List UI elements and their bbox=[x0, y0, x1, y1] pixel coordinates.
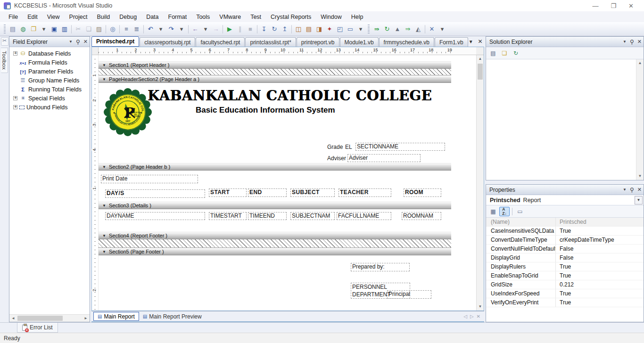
expander-icon[interactable] bbox=[13, 105, 17, 109]
property-name[interactable]: GridSize bbox=[486, 280, 556, 289]
menu-item[interactable]: Format bbox=[164, 12, 192, 22]
tree-item[interactable]: Parameter Fields bbox=[9, 67, 90, 76]
solution-explorer-header[interactable]: Solution Explorer ▼ ⚲ ✕ bbox=[486, 37, 644, 47]
pin-icon[interactable]: ⚲ bbox=[630, 39, 634, 45]
stop-button[interactable]: ■ bbox=[245, 24, 256, 34]
scroll-left-arrow[interactable]: ◄ bbox=[9, 315, 17, 322]
tree-item[interactable]: Group Name Fields bbox=[9, 76, 90, 85]
tree-item[interactable]: Running Total Fields bbox=[9, 85, 90, 94]
solution-explorer-button[interactable]: ◫ bbox=[293, 24, 304, 34]
refresh-icon[interactable]: ↻ bbox=[511, 49, 521, 58]
panel-splitter[interactable] bbox=[486, 180, 644, 184]
properties-window-button[interactable]: ▤ bbox=[304, 24, 314, 34]
section-bar-report-header[interactable]: ▼Section1 (Report Header ) bbox=[99, 61, 451, 69]
adviser-db-field[interactable]: Adviser bbox=[347, 154, 421, 162]
section-bar-page-header-a[interactable]: ▼PageHeaderSection2 (Page Header a ) bbox=[99, 75, 451, 83]
print-date-field[interactable]: Print Date bbox=[101, 175, 198, 183]
toolbox-icon[interactable]: ✂ bbox=[1, 37, 8, 46]
chevron-down-icon[interactable]: ▼ bbox=[635, 196, 643, 204]
designer-vscrollbar[interactable]: ▲ ▼ bbox=[476, 55, 484, 310]
property-value[interactable]: False bbox=[556, 253, 644, 262]
section-bar-details[interactable]: ▼Section3 (Details ) bbox=[99, 202, 451, 209]
scroll-up-arrow[interactable]: ▲ bbox=[477, 55, 484, 63]
menu-item[interactable]: VMware bbox=[215, 12, 246, 22]
add-new-item-button[interactable]: ▤ bbox=[8, 24, 18, 34]
new-web-site-button[interactable]: ◍ bbox=[18, 24, 28, 34]
toolbar-options-dropdown[interactable]: ▾ bbox=[355, 24, 366, 34]
scroll-down-arrow[interactable]: ▼ bbox=[636, 172, 644, 180]
collapse-triangle-icon[interactable]: ▼ bbox=[102, 204, 106, 208]
details-band[interactable]: DAYNAME TIMESTART TIMEEND SUBJECTNAM FAC… bbox=[99, 209, 451, 232]
suppressed-section-hatch[interactable] bbox=[99, 239, 451, 248]
nav-close-icon[interactable]: ✕ bbox=[477, 314, 480, 319]
close-document-icon[interactable]: ✕ bbox=[478, 38, 483, 45]
property-name[interactable]: ConvertDateTimeType bbox=[486, 236, 556, 244]
increase-indent-button[interactable]: ≣ bbox=[132, 24, 142, 34]
find-in-files-button[interactable]: ◎ bbox=[107, 24, 118, 34]
property-name[interactable]: ConvertNullFieldToDefault bbox=[486, 245, 556, 253]
property-value[interactable]: True bbox=[556, 289, 644, 298]
property-value[interactable]: True bbox=[556, 298, 644, 307]
show-all-files-icon[interactable]: ❏ bbox=[499, 49, 510, 58]
tab-list-dropdown-icon[interactable]: ▼ bbox=[469, 39, 473, 44]
tree-item[interactable]: Formula Fields bbox=[9, 58, 90, 67]
property-name[interactable]: EnableSnapToGrid bbox=[486, 271, 556, 280]
properties-header[interactable]: Properties ▼ ⚲ ✕ bbox=[486, 185, 644, 195]
grade-label-field[interactable]: Grade bbox=[326, 143, 344, 151]
redo-dropdown[interactable]: ▾ bbox=[176, 24, 187, 34]
menu-item[interactable]: Data bbox=[141, 12, 163, 22]
suppressed-section-hatch[interactable] bbox=[99, 69, 451, 75]
pin-icon[interactable]: ⚲ bbox=[630, 187, 634, 193]
page-footer-band[interactable]: Prepared by: PERSONNEL DEPARTMENT Princi… bbox=[99, 255, 451, 310]
solution-explorer-vscrollbar[interactable]: ▲ ▼ bbox=[636, 59, 644, 180]
collapse-triangle-icon[interactable]: ▼ bbox=[102, 165, 106, 169]
start-debugging-button[interactable]: ▶ bbox=[224, 24, 235, 34]
decrease-indent-button[interactable]: ≡ bbox=[121, 24, 132, 34]
step-over-button[interactable]: ↻ bbox=[269, 24, 280, 34]
scroll-down-arrow[interactable]: ▼ bbox=[477, 303, 484, 310]
collapse-triangle-icon[interactable]: ▼ bbox=[102, 250, 106, 254]
property-name[interactable]: (Name) bbox=[486, 218, 556, 226]
section-bar-report-footer[interactable]: ▼Section4 (Report Footer ) bbox=[99, 232, 451, 239]
close-icon[interactable]: ✕ bbox=[637, 187, 642, 193]
column-header-start[interactable]: START bbox=[209, 188, 247, 197]
scroll-thumb[interactable] bbox=[478, 64, 483, 80]
prepared-by-field[interactable]: Prepared by: bbox=[351, 263, 410, 271]
properties-object-selector[interactable]: Printsched Report ▼ bbox=[486, 195, 644, 205]
column-header-room[interactable]: ROOM bbox=[404, 188, 441, 197]
expander-icon[interactable] bbox=[13, 51, 17, 56]
property-row[interactable]: DisplayRulers True bbox=[486, 262, 644, 271]
scroll-thumb[interactable] bbox=[17, 316, 63, 321]
facfullname-db-field[interactable]: FACFULLNAME bbox=[337, 212, 391, 220]
menu-item[interactable]: Edit bbox=[23, 12, 42, 22]
property-row[interactable]: DisplayGrid False bbox=[486, 253, 644, 262]
restore-button[interactable]: ❐ bbox=[611, 2, 616, 9]
nav-next-icon[interactable]: ▷ bbox=[470, 314, 474, 319]
property-name[interactable]: DisplayRulers bbox=[486, 262, 556, 271]
navigate-backward-button[interactable]: ← bbox=[190, 24, 200, 34]
property-value[interactable]: True bbox=[556, 227, 644, 235]
principal-field[interactable]: Principal bbox=[387, 290, 431, 299]
design-surface[interactable]: ▼Section1 (Report Header ) ▼PageHeaderSe… bbox=[99, 55, 476, 310]
window-position-dropdown-icon[interactable]: ▼ bbox=[623, 188, 627, 192]
property-value[interactable]: True bbox=[556, 262, 644, 271]
menu-item[interactable]: File bbox=[4, 12, 23, 22]
doc-tab[interactable]: frmmyschedule.vb bbox=[379, 37, 434, 47]
deploy-button[interactable]: ▲ bbox=[392, 24, 403, 34]
undo-button[interactable]: ↶ bbox=[145, 24, 156, 34]
column-header-subject[interactable]: SUBJECT bbox=[290, 188, 335, 197]
tree-item[interactable]: Database Fields bbox=[9, 49, 90, 58]
window-position-dropdown-icon[interactable]: ▼ bbox=[623, 40, 627, 44]
page-header-a-band[interactable]: KABANKALAN CATHOLIC COLLEGE KABANKALAN C… bbox=[99, 83, 451, 163]
redo-button[interactable]: ↷ bbox=[166, 24, 176, 34]
toolbox-button[interactable]: ✦ bbox=[324, 24, 335, 34]
property-name[interactable]: CaseInsensitiveSQLData bbox=[486, 227, 556, 235]
report-view-tab[interactable]: ▤ Main Report Preview bbox=[139, 312, 206, 321]
run-page-button[interactable]: ⇒ bbox=[403, 24, 413, 34]
adviser-label-field[interactable]: Adviser bbox=[326, 155, 347, 162]
step-out-button[interactable]: ↥ bbox=[280, 24, 290, 34]
save-all-button[interactable]: ▥ bbox=[59, 24, 70, 34]
undo-dropdown[interactable]: ▾ bbox=[156, 24, 166, 34]
property-value[interactable]: 0.212 bbox=[556, 280, 644, 289]
property-name[interactable]: VerifyOnEveryPrint bbox=[486, 298, 556, 307]
